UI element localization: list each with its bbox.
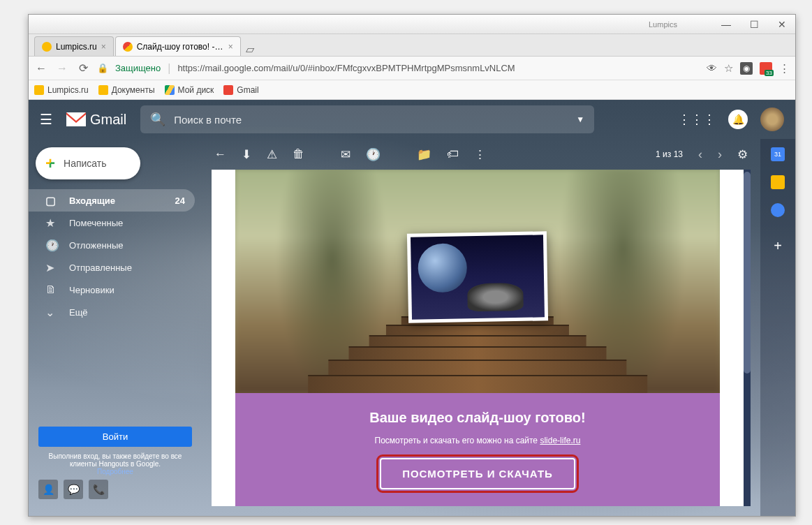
bookmark-icon bbox=[98, 85, 108, 95]
minimize-button[interactable]: — bbox=[718, 18, 734, 31]
hangouts-text: Выполнив вход, вы также войдете во все к… bbox=[38, 452, 192, 468]
sidebar-item-inbox[interactable]: ▢ Входящие 24 bbox=[29, 189, 195, 212]
url-text[interactable]: https://mail.google.com/mail/u/0/#inbox/… bbox=[177, 63, 700, 73]
notifications-icon[interactable]: 🔔 bbox=[728, 110, 748, 129]
plus-icon: + bbox=[45, 154, 55, 173]
archive-icon[interactable]: ⬇ bbox=[242, 147, 251, 162]
clock-icon: 🕐 bbox=[45, 239, 58, 252]
browser-tab-active[interactable]: Слайд-шоу готово! - lum × bbox=[115, 36, 241, 56]
bookmark-item[interactable]: Документы bbox=[98, 85, 155, 95]
moveto-icon[interactable]: 📁 bbox=[417, 147, 431, 162]
hangouts-more-link[interactable]: Подробнее bbox=[97, 468, 133, 475]
unread-icon[interactable]: ✉ bbox=[341, 147, 350, 162]
draft-icon: 🗎 bbox=[45, 283, 58, 296]
close-button[interactable]: ✕ bbox=[774, 18, 790, 31]
tab-title: Lumpics.ru bbox=[56, 42, 97, 52]
email-subtitle: Посмотреть и скачать его можно на сайте … bbox=[249, 436, 706, 445]
bookmark-item[interactable]: Gmail bbox=[223, 85, 258, 95]
label-icon[interactable]: 🏷 bbox=[447, 147, 459, 161]
bookmark-icon bbox=[223, 85, 233, 95]
star-icon: ★ bbox=[45, 216, 58, 230]
prev-icon[interactable]: ‹ bbox=[698, 147, 702, 162]
sidebar-item-starred[interactable]: ★ Помеченные bbox=[29, 212, 195, 234]
bookmark-icon bbox=[34, 85, 44, 95]
search-bar[interactable]: 🔍 ▼ bbox=[140, 105, 594, 133]
eye-icon[interactable]: 👁 bbox=[707, 62, 717, 74]
search-input[interactable] bbox=[174, 114, 568, 126]
avatar[interactable] bbox=[760, 108, 784, 131]
hangouts-phone-icon[interactable]: 📞 bbox=[89, 480, 108, 499]
scrollbar[interactable] bbox=[744, 170, 751, 506]
keep-icon[interactable] bbox=[771, 175, 785, 189]
snooze-icon[interactable]: 🕐 bbox=[366, 147, 381, 162]
settings-icon[interactable]: ⚙ bbox=[737, 147, 748, 162]
add-addon-icon[interactable]: + bbox=[774, 238, 782, 254]
tab-close-icon[interactable]: × bbox=[228, 42, 233, 52]
sidebar-item-snoozed[interactable]: 🕐 Отложенные bbox=[29, 234, 195, 256]
hangouts-chat-icon[interactable]: 💬 bbox=[64, 480, 83, 499]
back-button[interactable]: ← bbox=[34, 62, 48, 75]
calendar-icon[interactable] bbox=[771, 147, 785, 161]
reload-button[interactable]: ⟳ bbox=[76, 61, 90, 75]
maximize-button[interactable]: ☐ bbox=[746, 18, 762, 31]
gmail-m-icon bbox=[66, 112, 86, 126]
search-icon: 🔍 bbox=[150, 112, 165, 127]
forward-button[interactable]: → bbox=[55, 62, 69, 75]
new-tab-button[interactable]: ▱ bbox=[242, 42, 258, 56]
sidebar-item-sent[interactable]: ➤ Отправленные bbox=[29, 256, 195, 279]
tasks-icon[interactable] bbox=[771, 203, 785, 217]
secure-label: Защищено bbox=[115, 63, 161, 73]
bookmark-item[interactable]: Lumpics.ru bbox=[34, 85, 89, 95]
inbox-icon: ▢ bbox=[45, 194, 58, 207]
lock-icon: 🔒 bbox=[97, 63, 108, 73]
gmail-logo[interactable]: Gmail bbox=[66, 112, 126, 128]
delete-icon[interactable]: 🗑 bbox=[293, 147, 304, 161]
main-menu-icon[interactable]: ☰ bbox=[40, 111, 52, 128]
back-icon[interactable]: ← bbox=[214, 147, 226, 161]
scroll-thumb[interactable] bbox=[744, 172, 751, 374]
gmail-extension-icon[interactable]: 33 bbox=[760, 62, 772, 75]
extension-icon[interactable]: ◉ bbox=[740, 62, 753, 75]
favicon-icon bbox=[42, 42, 52, 52]
tab-title: Слайд-шоу готово! - lum bbox=[137, 42, 224, 52]
hangouts-signin-button[interactable]: Войти bbox=[38, 427, 192, 447]
sent-icon: ➤ bbox=[45, 261, 58, 274]
chevron-down-icon: ⌄ bbox=[45, 306, 58, 319]
email-title: Ваше видео слайд-шоу готово! bbox=[249, 410, 706, 426]
spam-icon[interactable]: ⚠ bbox=[267, 147, 277, 162]
favicon-icon bbox=[123, 42, 133, 52]
more-icon[interactable]: ⋮ bbox=[474, 147, 486, 162]
tab-close-icon[interactable]: × bbox=[101, 42, 106, 52]
pagination-text: 1 из 13 bbox=[656, 149, 683, 159]
apps-grid-icon[interactable]: ⋮⋮⋮ bbox=[678, 112, 716, 127]
email-hero-image bbox=[235, 170, 720, 393]
window-app-label: Lumpics bbox=[649, 20, 677, 29]
search-dropdown-icon[interactable]: ▼ bbox=[576, 114, 584, 124]
slideshow-thumbnail bbox=[407, 231, 548, 323]
menu-icon[interactable]: ⋮ bbox=[779, 62, 790, 75]
compose-button[interactable]: + Написать bbox=[36, 147, 140, 179]
browser-tab[interactable]: Lumpics.ru × bbox=[34, 36, 114, 56]
hangouts-person-icon[interactable]: 👤 bbox=[38, 480, 58, 499]
bookmark-icon bbox=[165, 85, 175, 95]
sidebar-item-more[interactable]: ⌄ Ещё bbox=[29, 301, 195, 323]
star-icon[interactable]: ☆ bbox=[724, 62, 733, 75]
sidebar-item-drafts[interactable]: 🗎 Черновики bbox=[29, 279, 195, 301]
bookmark-item[interactable]: Мой диск bbox=[165, 85, 214, 95]
email-site-link[interactable]: slide-life.ru bbox=[540, 436, 580, 445]
next-icon[interactable]: › bbox=[718, 147, 722, 162]
view-download-button[interactable]: ПОСМОТРЕТЬ И СКАЧАТЬ bbox=[380, 458, 575, 489]
